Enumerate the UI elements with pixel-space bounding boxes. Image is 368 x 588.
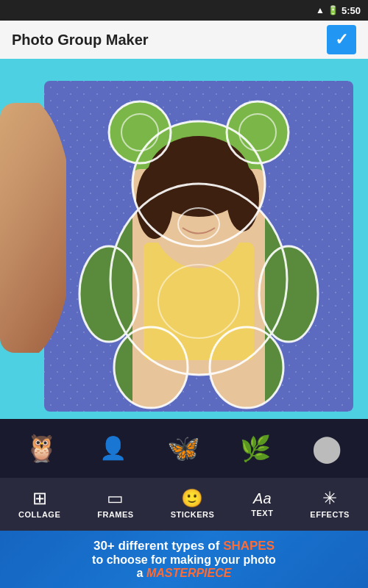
shape-circle[interactable]: ⬤ <box>297 423 356 473</box>
top-bar: Photo Group Maker ✓ <box>0 21 368 59</box>
owl-icon: 🦉 <box>25 435 58 462</box>
app-title: Photo Group Maker <box>12 32 149 49</box>
shape-person[interactable]: 👤 <box>83 423 142 473</box>
collage-icon: ⊞ <box>32 490 47 507</box>
hand-decoration <box>0 103 66 353</box>
promo-masterpiece-highlight: MASTERPIECE <box>146 567 232 579</box>
leaf-icon: 🌿 <box>240 436 271 461</box>
circle-icon: ⬤ <box>312 435 342 462</box>
status-bar: ▲ 🔋 5:50 <box>0 0 368 21</box>
effects-icon: ✳ <box>322 490 337 507</box>
status-time: 5:50 <box>342 5 361 16</box>
stickers-icon: 🙂 <box>181 490 203 507</box>
shape-butterfly[interactable]: 🦋 <box>155 423 213 473</box>
shape-leaf[interactable]: 🌿 <box>226 423 285 473</box>
nav-effects-label: EFFECTS <box>310 510 350 519</box>
shape-owl[interactable]: 🦉 <box>12 423 71 473</box>
text-icon: Aa <box>253 491 271 506</box>
promo-line2: to choose for making your photo <box>92 553 276 567</box>
shape-selector-toolbar: 🦉 👤 🦋 🌿 ⬤ <box>0 419 368 478</box>
nav-collage-label: COLLAGE <box>18 510 60 519</box>
confirm-button[interactable]: ✓ <box>327 25 356 54</box>
promo-shapes-highlight: SHAPES <box>223 539 275 553</box>
bear-photo-frame[interactable] <box>44 81 353 412</box>
nav-stickers[interactable]: 🙂 STICKERS <box>162 485 224 523</box>
nav-effects[interactable]: ✳ EFFECTS <box>301 485 358 523</box>
nav-collage[interactable]: ⊞ COLLAGE <box>10 485 69 523</box>
promo-banner: 30+ different types of SHAPES to choose … <box>0 531 368 588</box>
signal-icon: ▲ <box>316 5 325 15</box>
svg-point-15 <box>227 165 259 232</box>
battery-icon: 🔋 <box>328 5 339 15</box>
nav-stickers-label: STICKERS <box>171 510 215 519</box>
nav-frames-label: FRAMES <box>97 510 133 519</box>
frames-icon: ▭ <box>107 490 124 507</box>
nav-text[interactable]: Aa TEXT <box>242 487 282 522</box>
nav-frames[interactable]: ▭ FRAMES <box>88 485 142 523</box>
status-icons: ▲ 🔋 5:50 <box>316 5 361 16</box>
person-icon: 👤 <box>99 437 127 459</box>
nav-bar: ⊞ COLLAGE ▭ FRAMES 🙂 STICKERS Aa TEXT ✳ … <box>0 478 368 531</box>
svg-point-14 <box>136 165 173 239</box>
check-icon: ✓ <box>335 30 348 49</box>
canvas-area[interactable] <box>0 59 368 419</box>
promo-line3: a MASTERPIECE <box>137 567 232 580</box>
photo-canvas[interactable] <box>44 81 353 412</box>
promo-line1: 30+ different types of SHAPES <box>93 539 275 553</box>
butterfly-icon: 🦋 <box>167 435 200 462</box>
nav-text-label: TEXT <box>251 509 273 517</box>
